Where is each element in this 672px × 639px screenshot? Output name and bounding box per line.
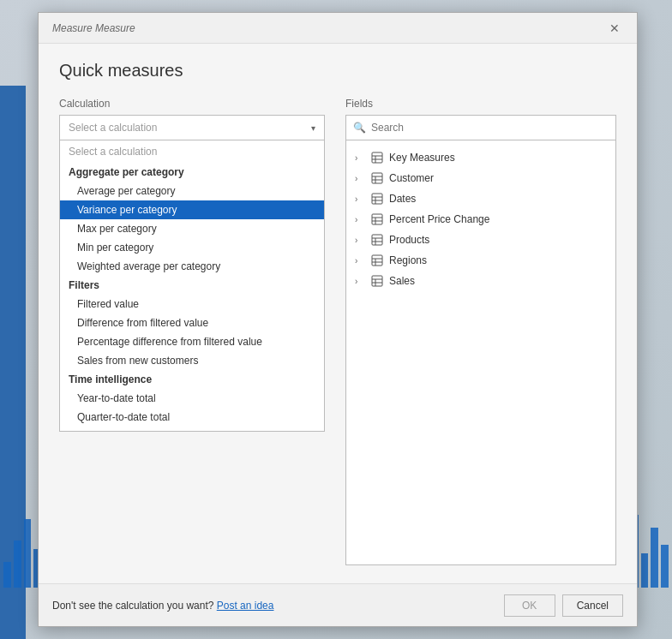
dropdown-item[interactable]: Max per category — [60, 219, 324, 238]
dropdown-placeholder-item[interactable]: Select a calculation — [60, 140, 324, 163]
calculation-label: Calculation — [59, 98, 325, 110]
calculation-dropdown[interactable]: Select a calculation ▾ — [59, 115, 325, 140]
footer-buttons: OK Cancel — [504, 594, 623, 617]
search-icon: 🔍 — [353, 122, 366, 134]
chevron-right-icon: › — [355, 256, 365, 266]
dropdown-item[interactable]: Weighted average per category — [60, 257, 324, 276]
chevron-right-icon: › — [355, 236, 365, 245]
field-name: Products — [389, 234, 429, 246]
fields-panel: Fields 🔍 › — [345, 98, 616, 565]
list-item[interactable]: › Dates — [346, 188, 615, 209]
list-item[interactable]: › Customer — [346, 168, 615, 188]
list-item[interactable]: › Regions — [346, 250, 615, 271]
chevron-right-icon: › — [355, 153, 365, 163]
footer-link-text: Don't see the calculation you want? Post… — [52, 600, 273, 612]
dropdown-item[interactable]: Min per category — [60, 238, 324, 257]
table-icon — [370, 254, 384, 267]
list-item[interactable]: › Key Measures — [346, 147, 615, 168]
bar — [641, 553, 649, 588]
search-input[interactable] — [371, 122, 609, 134]
bar — [14, 540, 21, 588]
chevron-right-icon: › — [355, 194, 365, 204]
dialog-title-text: Measure Measure — [52, 22, 135, 34]
dialog-content: Quick measures Calculation Select a calc… — [39, 44, 637, 583]
table-icon — [370, 212, 384, 226]
dropdown-selected-text: Select a calculation — [69, 122, 157, 134]
svg-rect-24 — [372, 276, 382, 286]
calculation-dropdown-list[interactable]: Select a calculation Aggregate per categ… — [59, 140, 325, 432]
dropdown-item[interactable]: Month-to-date total — [60, 427, 324, 432]
chevron-right-icon: › — [355, 174, 365, 183]
field-name: Customer — [389, 172, 434, 184]
dropdown-item[interactable]: Average per category — [60, 182, 324, 200]
bar — [24, 519, 32, 588]
list-item[interactable]: › Sales — [346, 271, 615, 291]
post-idea-link[interactable]: Post an idea — [217, 600, 274, 612]
group-header-filters: Filters — [60, 276, 324, 295]
cancel-button[interactable]: Cancel — [562, 594, 623, 617]
bar — [651, 528, 658, 588]
svg-rect-0 — [372, 152, 382, 163]
dropdown-item-selected[interactable]: Variance per category — [60, 200, 324, 219]
fields-label: Fields — [345, 98, 616, 110]
field-name: Dates — [389, 193, 416, 205]
svg-rect-12 — [372, 214, 382, 224]
field-name: Key Measures — [389, 152, 455, 164]
dropdown-item[interactable]: Quarter-to-date total — [60, 408, 324, 427]
table-icon — [370, 192, 384, 206]
svg-rect-8 — [372, 194, 382, 204]
calculation-panel: Calculation Select a calculation ▾ Selec… — [59, 98, 325, 565]
bar — [661, 545, 669, 588]
field-name: Regions — [389, 254, 427, 266]
dropdown-item[interactable]: Sales from new customers — [60, 351, 324, 370]
table-icon — [370, 274, 384, 288]
chevron-right-icon: › — [355, 215, 365, 224]
page-title: Quick measures — [59, 61, 616, 81]
dialog-titlebar: Measure Measure ✕ — [39, 13, 637, 44]
table-icon — [370, 171, 384, 185]
svg-rect-16 — [372, 235, 382, 245]
group-header-time-intelligence: Time intelligence — [60, 370, 324, 389]
search-box[interactable]: 🔍 — [345, 115, 616, 140]
dropdown-item[interactable]: Year-to-date total — [60, 389, 324, 408]
dropdown-item[interactable]: Difference from filtered value — [60, 314, 324, 332]
svg-rect-4 — [372, 173, 382, 183]
list-item[interactable]: › Percent Price Change — [346, 209, 615, 230]
dropdown-item[interactable]: Filtered value — [60, 295, 324, 314]
close-button[interactable]: ✕ — [606, 20, 623, 37]
dropdown-item[interactable]: Percentage difference from filtered valu… — [60, 332, 324, 351]
field-name: Percent Price Change — [389, 213, 489, 225]
ok-button[interactable]: OK — [504, 594, 555, 617]
chevron-right-icon: › — [355, 277, 365, 286]
field-name: Sales — [389, 275, 415, 287]
bar — [3, 562, 11, 588]
dialog-footer: Don't see the calculation you want? Post… — [39, 583, 637, 626]
table-icon — [370, 151, 384, 164]
quick-measures-dialog: Measure Measure ✕ Quick measures Calcula… — [38, 12, 638, 627]
list-item[interactable]: › Products — [346, 230, 615, 250]
table-icon — [370, 233, 384, 247]
chevron-down-icon: ▾ — [311, 123, 315, 133]
dialog-body: Calculation Select a calculation ▾ Selec… — [59, 98, 616, 565]
svg-rect-20 — [372, 255, 382, 266]
fields-list: › Key Measures › — [345, 140, 616, 565]
group-header-aggregate: Aggregate per category — [60, 163, 324, 182]
